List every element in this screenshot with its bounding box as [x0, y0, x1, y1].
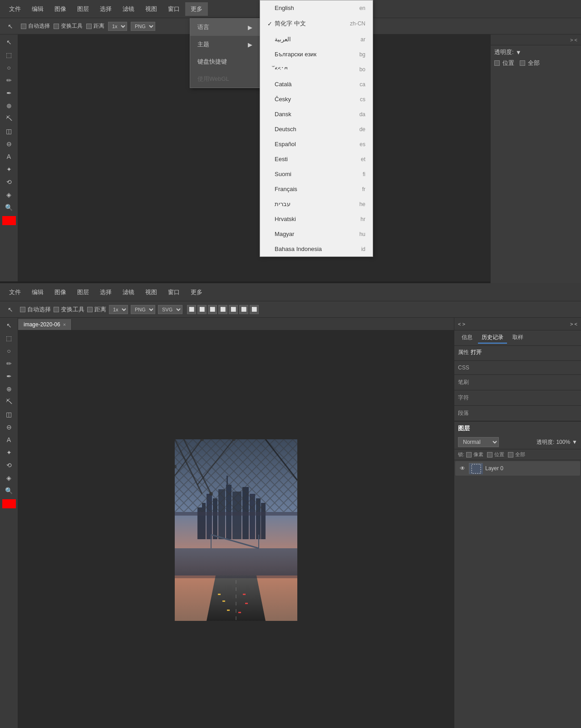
- tool-crop[interactable]: ⛏: [2, 113, 16, 124]
- menu-bottom-edit[interactable]: 编辑: [26, 285, 49, 299]
- menu-image[interactable]: 图像: [49, 2, 72, 16]
- format-svg-select[interactable]: SVG: [158, 305, 182, 314]
- lang-bg[interactable]: Български език bg: [260, 47, 373, 62]
- tool-marquee-b[interactable]: ⬚: [2, 332, 16, 344]
- extra-icon[interactable]: ⬜: [250, 305, 259, 314]
- distance-checkbox[interactable]: [86, 24, 92, 29]
- tool-brush[interactable]: ✏: [2, 74, 16, 86]
- menu-bottom-image[interactable]: 图像: [49, 285, 72, 299]
- para-label[interactable]: 段落: [454, 406, 581, 421]
- menu-select[interactable]: 选择: [94, 2, 117, 16]
- position-checkbox[interactable]: [494, 60, 500, 66]
- scale-select[interactable]: 1x: [108, 22, 127, 31]
- tool-rotate-b[interactable]: ⟲: [2, 459, 16, 471]
- move-tool-btn[interactable]: ↖: [4, 20, 17, 32]
- tool-zoom[interactable]: 🔍: [2, 202, 16, 213]
- lang-bo[interactable]: ཇོང་ཁ bo: [260, 62, 373, 77]
- tab-close-btn[interactable]: ×: [63, 322, 66, 327]
- tool-patch[interactable]: ◫: [2, 125, 16, 137]
- lang-fi[interactable]: Suomi fi: [260, 167, 373, 182]
- brush-label[interactable]: 笔刷: [454, 375, 581, 390]
- lang-de[interactable]: Deutsch de: [260, 122, 373, 137]
- all-checkbox[interactable]: [520, 60, 525, 66]
- menu-bottom-layer[interactable]: 图层: [72, 285, 94, 299]
- rp-collapse-right[interactable]: > <: [570, 321, 577, 327]
- distance-cb-bottom[interactable]: [87, 307, 93, 312]
- color-swatch[interactable]: [2, 216, 16, 225]
- menu-edit[interactable]: 编辑: [26, 2, 49, 16]
- tool-filter-b[interactable]: ◈: [2, 472, 16, 484]
- tool-move[interactable]: ↖: [2, 36, 16, 48]
- tool-patch-b[interactable]: ◫: [2, 408, 16, 420]
- lang-et[interactable]: Eesti et: [260, 152, 373, 167]
- blend-mode-select[interactable]: Normal: [458, 437, 499, 447]
- tool-eraser-b[interactable]: ⊖: [2, 421, 16, 433]
- auto-select-cb-bottom[interactable]: [20, 307, 25, 312]
- tool-brush-b[interactable]: ✏: [2, 358, 16, 369]
- tool-lasso[interactable]: ○: [2, 62, 16, 74]
- menu-theme[interactable]: 主题 ▶: [190, 36, 260, 53]
- position-lock-checkbox[interactable]: [487, 452, 492, 457]
- tab-image[interactable]: image-2020-06 ×: [18, 319, 72, 330]
- menu-bottom-more[interactable]: 更多: [185, 285, 208, 299]
- lang-en[interactable]: English en: [260, 0, 373, 15]
- align-right-icon[interactable]: ⬜: [208, 305, 217, 314]
- tab-sample[interactable]: 取样: [509, 332, 527, 344]
- tool-rotate[interactable]: ⟲: [2, 176, 16, 188]
- lang-zh[interactable]: ✓ 简化字 中文 zh-CN: [260, 15, 373, 32]
- tool-marquee[interactable]: ⬚: [2, 49, 16, 61]
- menu-bottom-select[interactable]: 选择: [94, 285, 117, 299]
- align-center-icon[interactable]: ⬜: [197, 305, 207, 314]
- transform-cb-bottom[interactable]: [54, 307, 59, 312]
- lang-hr[interactable]: Hrvatski hr: [260, 212, 373, 226]
- align-left-icon[interactable]: ⬜: [187, 305, 196, 314]
- align-top-icon[interactable]: ⬜: [218, 305, 227, 314]
- tool-move-b[interactable]: ↖: [2, 320, 16, 331]
- distribute-v-icon[interactable]: ⬜: [239, 305, 248, 314]
- lang-fr[interactable]: Français fr: [260, 182, 373, 197]
- tool-shape-b[interactable]: ✦: [2, 447, 16, 458]
- tab-info[interactable]: 信息: [458, 332, 476, 344]
- format-png-select[interactable]: PNG: [131, 305, 155, 314]
- menu-file[interactable]: 文件: [4, 2, 26, 16]
- menu-filter[interactable]: 滤镜: [117, 2, 140, 16]
- menu-bottom-filter[interactable]: 滤镜: [117, 285, 140, 299]
- tool-shape[interactable]: ✦: [2, 163, 16, 175]
- color-swatch-b[interactable]: [2, 499, 16, 508]
- tool-zoom-b[interactable]: 🔍: [2, 485, 16, 497]
- css-label[interactable]: CSS: [454, 361, 581, 375]
- tool-type-b[interactable]: A: [2, 434, 16, 446]
- menu-keyboard[interactable]: 键盘快捷键: [190, 53, 260, 70]
- pixel-checkbox[interactable]: [466, 452, 472, 457]
- distribute-h-icon[interactable]: ⬜: [229, 305, 238, 314]
- menu-more[interactable]: 更多: [185, 2, 208, 16]
- lang-id[interactable]: Bahasa Indonesia id: [260, 241, 373, 256]
- auto-select-checkbox[interactable]: [21, 24, 26, 29]
- char-label[interactable]: 字符: [454, 390, 581, 406]
- layer-visibility-toggle[interactable]: 👁: [459, 465, 466, 472]
- menu-window[interactable]: 窗口: [162, 2, 185, 16]
- all-lock-checkbox[interactable]: [508, 452, 513, 457]
- opacity-dropdown-icon[interactable]: ▼: [516, 49, 522, 56]
- tool-pen[interactable]: ✒: [2, 87, 16, 99]
- lang-hu[interactable]: Magyar hu: [260, 226, 373, 241]
- lang-da[interactable]: Dansk da: [260, 107, 373, 122]
- tool-lasso-b[interactable]: ○: [2, 345, 16, 357]
- lang-ca[interactable]: Català ca: [260, 77, 373, 92]
- tool-pen-b[interactable]: ✒: [2, 370, 16, 382]
- rp-expand-left[interactable]: < >: [458, 321, 465, 327]
- opacity-arrow[interactable]: ▼: [572, 439, 577, 445]
- tool-filter[interactable]: ◈: [2, 189, 16, 201]
- format-select[interactable]: PNG: [131, 22, 155, 31]
- menu-language[interactable]: 语言 ▶: [190, 19, 260, 36]
- tool-clone-b[interactable]: ⊕: [2, 383, 16, 395]
- tool-type[interactable]: A: [2, 151, 16, 162]
- tool-crop-b[interactable]: ⛏: [2, 396, 16, 408]
- lang-es[interactable]: Español es: [260, 137, 373, 152]
- menu-view[interactable]: 视图: [140, 2, 162, 16]
- transform-checkbox[interactable]: [54, 24, 59, 29]
- scale-select-bottom[interactable]: 1x: [109, 305, 128, 314]
- tool-clone[interactable]: ⊕: [2, 100, 16, 112]
- tab-history[interactable]: 历史记录: [478, 332, 507, 344]
- lang-cs[interactable]: Česky cs: [260, 92, 373, 107]
